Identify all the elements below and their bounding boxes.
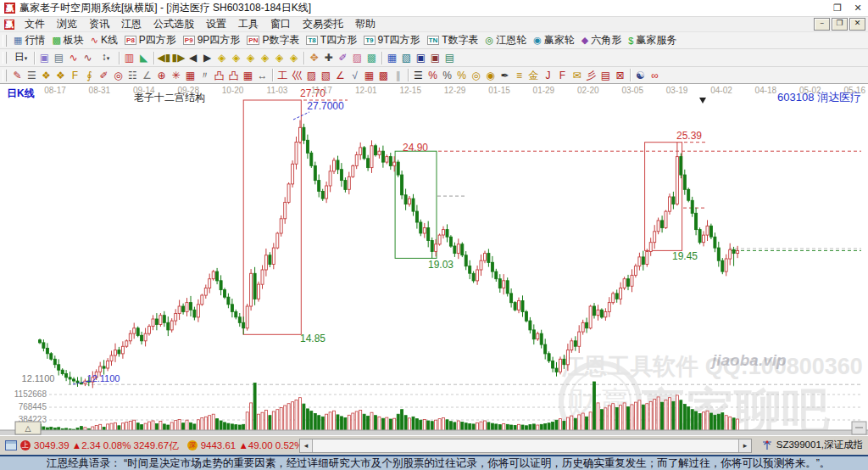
draw-tool-icon-8[interactable]: ☷ [125, 68, 140, 83]
draw-tool-icon-25[interactable]: ▦ [362, 68, 376, 83]
close-window-button[interactable]: ✕ [848, 1, 868, 15]
draw-tool-icon-31[interactable]: % [440, 68, 454, 83]
draw-tool-icon-36[interactable]: ≡ [512, 68, 526, 83]
toolbar-button-P四方形[interactable]: P8P四方形 [125, 33, 176, 48]
quote-grid-icon[interactable] [5, 440, 17, 450]
nav-tool-icon-8[interactable]: ▥ [122, 50, 136, 65]
draw-tool-icon-42[interactable]: ▤ [598, 68, 613, 83]
draw-tool-icon-5[interactable]: ∮ [82, 68, 97, 83]
nav-tool-icon-23[interactable]: ✚ [321, 50, 336, 65]
draw-tool-icon-41[interactable]: 彡 [584, 68, 598, 83]
sse-index-quote[interactable]: 3049.39 ▲2.34 0.08% 3249.67亿 [34, 439, 179, 452]
draw-tool-icon-30[interactable]: % [426, 68, 440, 83]
restore-window-button[interactable]: ❐ [827, 1, 848, 15]
draw-tool-icon-40[interactable]: ✉ [570, 68, 584, 83]
menu-item[interactable]: 设置 [200, 17, 232, 31]
draw-tool-icon-21[interactable]: ▨ [304, 68, 319, 83]
scroll-left-button[interactable]: ◂ [300, 439, 312, 452]
draw-tool-icon-32[interactable]: % [454, 68, 469, 83]
toolbar-handle[interactable] [3, 35, 7, 47]
menu-item[interactable]: 资讯 [83, 17, 115, 31]
nav-tool-icon-0[interactable]: 日▾ [10, 49, 31, 66]
draw-tool-icon-33[interactable]: ◎ [469, 68, 483, 83]
nav-tool-icon-2[interactable]: ▣ [37, 50, 52, 65]
draw-tool-icon-0[interactable]: ✎ [10, 68, 25, 83]
nav-tool-icon-6[interactable]: ↕▾ [95, 49, 116, 66]
draw-tool-icon-3[interactable]: ❖ [53, 68, 68, 83]
draw-tool-icon-37[interactable]: 金 [526, 68, 541, 83]
draw-tool-icon-7[interactable]: ◎ [111, 68, 125, 83]
toolbar-handle[interactable] [3, 70, 7, 81]
draw-tool-icon-16[interactable]: ▦ [241, 68, 255, 83]
toolbar-button-板块[interactable]: ▩板块 [52, 33, 83, 48]
period-label[interactable]: 日K线 [7, 87, 35, 101]
nav-tool-icon-15[interactable]: ◈ [214, 50, 229, 65]
toolbar-button-T四方形[interactable]: T8T四方形 [306, 33, 357, 48]
nav-tool-icon-13[interactable]: ◀ [186, 50, 200, 65]
draw-tool-icon-34[interactable]: ◉ [483, 68, 498, 83]
toolbar-button-六角形[interactable]: ◆六角形 [581, 33, 621, 48]
draw-tool-icon-38[interactable]: J [541, 68, 555, 83]
toolbar-button-T数字表[interactable]: TNT数字表 [427, 33, 479, 48]
nav-tool-icon-20[interactable]: ◈ [287, 50, 301, 65]
toolbar-button-P数字表[interactable]: PNP数字表 [247, 33, 299, 48]
draw-tool-icon-1[interactable]: ☰ [25, 68, 39, 83]
chart-corner-button[interactable] [852, 422, 866, 434]
draw-tool-icon-22[interactable]: ▧ [319, 68, 333, 83]
nav-tool-icon-29[interactable]: ▧ [399, 50, 414, 65]
nav-tool-icon-3[interactable]: ▤ [52, 50, 66, 65]
draw-tool-icon-45[interactable]: ☯ [633, 68, 648, 83]
scrollbar-thumb[interactable] [312, 439, 739, 452]
nav-tool-icon-17[interactable]: ◈ [243, 50, 258, 65]
toolbar-handle[interactable] [3, 52, 7, 64]
draw-tool-icon-39[interactable]: F [555, 68, 570, 83]
draw-tool-icon-20[interactable]: 巛 [290, 68, 304, 83]
draw-tool-icon-35[interactable]: ✒ [498, 68, 512, 83]
draw-tool-icon-2[interactable]: ❖ [39, 68, 53, 83]
menu-item[interactable]: 窗口 [264, 17, 297, 31]
nav-tool-icon-22[interactable]: ✥ [307, 50, 321, 65]
nav-tool-icon-5[interactable]: ∿ [81, 50, 95, 65]
nav-tool-icon-11[interactable]: ◀▮ [157, 50, 171, 65]
nav-tool-icon-12[interactable]: ▮▶ [171, 50, 186, 65]
current-index-label[interactable]: SZ399001,深证成指 [776, 439, 863, 451]
draw-tool-icon-11[interactable]: ✳ [169, 68, 183, 83]
menu-item[interactable]: 文件 [19, 17, 51, 31]
draw-tool-icon-6[interactable]: ✐ [97, 68, 111, 83]
nav-tool-icon-30[interactable]: ▣ [414, 50, 428, 65]
nav-tool-icon-28[interactable]: ▦ [385, 50, 399, 65]
toolbar-button-赢家服务[interactable]: $赢家服务 [628, 33, 676, 48]
menu-item[interactable]: 帮助 [349, 17, 381, 31]
nav-tool-icon-16[interactable]: ◈ [229, 50, 243, 65]
draw-tool-icon-26[interactable]: ▩ [376, 68, 391, 83]
draw-tool-icon-15[interactable]: 凸 [226, 68, 241, 83]
chart-canvas[interactable]: 财赢 江恩工具软件 QQ:100800360 赢家聊吧 115266876844… [0, 84, 868, 436]
mdi-minimize-button[interactable]: － [814, 18, 830, 31]
draw-tool-icon-12[interactable]: ▦ [183, 68, 198, 83]
draw-tool-icon-27[interactable]: ∥ [391, 68, 405, 83]
nav-tool-icon-14[interactable]: ▶ [200, 50, 214, 65]
toolbar-button-江恩轮[interactable]: ◎江恩轮 [486, 33, 527, 48]
menu-item[interactable]: 浏览 [51, 17, 83, 31]
toolbar-button-9T四方形[interactable]: T99T四方形 [364, 33, 420, 48]
draw-tool-icon-9[interactable]: ∠ [140, 68, 154, 83]
menu-item[interactable]: 交易委托 [297, 17, 349, 31]
nav-tool-icon-9[interactable]: ◣ [136, 50, 151, 65]
draw-tool-icon-4[interactable]: F [68, 68, 82, 83]
nav-tool-icon-26[interactable]: ▩ [364, 50, 379, 65]
menu-item[interactable]: 公式选股 [147, 17, 200, 31]
nav-tool-icon-31[interactable]: ▣ [428, 50, 442, 65]
nav-tool-icon-4[interactable]: ∿ [66, 50, 81, 65]
nav-tool-icon-25[interactable]: ▨ [350, 50, 364, 65]
chart-h-scrollbar[interactable]: ◂ ▸ [299, 439, 752, 453]
nav-tool-icon-24[interactable]: ✐ [336, 50, 350, 65]
toolbar-button-行情[interactable]: ▦行情 [14, 33, 45, 48]
toolbar-button-9P四方形[interactable]: P99P四方形 [183, 33, 240, 48]
draw-tool-icon-10[interactable]: ⊕ [154, 68, 169, 83]
nav-tool-icon-19[interactable]: ◈ [272, 50, 287, 65]
toolbar-button-K线[interactable]: ∿K线 [91, 33, 118, 48]
draw-tool-icon-29[interactable]: ☰ [411, 68, 426, 83]
scroll-right-button[interactable]: ▸ [739, 439, 751, 452]
menu-item[interactable]: 工具 [232, 17, 264, 31]
draw-tool-icon-23[interactable]: ∠ [333, 68, 348, 83]
